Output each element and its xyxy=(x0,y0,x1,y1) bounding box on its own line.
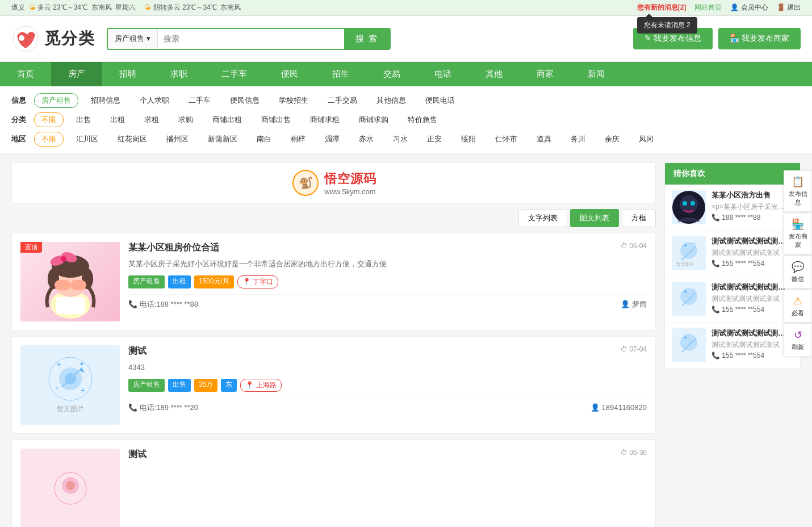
filter-area-huichuan[interactable]: 汇川区 xyxy=(69,132,105,146)
home-link[interactable]: 网站首页 xyxy=(694,3,722,12)
svg-point-26 xyxy=(66,481,75,490)
filter-area-fengang[interactable]: 凤冈 xyxy=(632,132,660,146)
float-btn-wechat[interactable]: 💬 微信 xyxy=(784,256,812,288)
watermark-logo-icon: 🐒 xyxy=(291,169,320,197)
filter-tag-convenience-info[interactable]: 便民信息 xyxy=(223,94,266,107)
float-btn-wechat-label: 微信 xyxy=(792,275,804,283)
main-nav: 首页 房产 招聘 求职 二手车 便民 招生 交易 电话 其他 商家 新闻 xyxy=(0,62,812,86)
filter-tag-property-rent[interactable]: 房产租售 xyxy=(34,93,78,108)
nav-item-jobs[interactable]: 求职 xyxy=(153,62,204,86)
filter-cat-sale[interactable]: 出售 xyxy=(69,113,98,127)
filter-area-tongzi[interactable]: 桐梓 xyxy=(284,132,312,146)
nav-item-recruit[interactable]: 招聘 xyxy=(102,62,153,86)
member-link[interactable]: 👤 会员中心 xyxy=(730,3,768,12)
filter-tag-used-car[interactable]: 二手车 xyxy=(182,94,217,107)
filter-cat-shop-sale[interactable]: 商铺出售 xyxy=(254,113,298,127)
listing-1-tag-rent: 出租 xyxy=(168,275,191,288)
filter-area-label: 地区 xyxy=(11,134,28,144)
filter-cat-shop-buy[interactable]: 商铺求购 xyxy=(352,113,395,127)
filter-area-meitan[interactable]: 湄潭 xyxy=(318,132,346,146)
filter-cat-buy[interactable]: 求购 xyxy=(171,113,200,127)
listing-1-title[interactable]: 某某小区租房价位合适 xyxy=(128,242,647,254)
filter-tag-other-info[interactable]: 其他信息 xyxy=(370,94,413,107)
logo-text: 觅分类 xyxy=(44,28,95,49)
recommend-2-info: 测试测试测试测试测试... 测试测试测试测试测试 📞 155 **** **55… xyxy=(711,236,793,270)
filter-area-nanbai[interactable]: 南白 xyxy=(250,132,278,146)
svg-text:+: + xyxy=(81,386,85,395)
float-btn-publish-info[interactable]: 📋 发布信息 xyxy=(784,170,812,212)
search-category-dropdown[interactable]: 房产租售 ▾ xyxy=(108,29,158,48)
float-btn-publish-merchant[interactable]: 🏪 发布商家 xyxy=(784,213,812,254)
listing-2-tag-location: 📍 上海路 xyxy=(240,379,281,392)
filter-tag-convenience-phone[interactable]: 便民电话 xyxy=(418,94,462,107)
recommend-item-2[interactable]: ✦ + + 暂无图片 测试测试测试测试测试... 测试测试测试测试测试 📞 15… xyxy=(665,231,800,277)
filter-area-renhuai[interactable]: 仁怀市 xyxy=(488,132,524,146)
filter-cat-urgent[interactable]: 特价急售 xyxy=(401,113,444,127)
filter-area-zhengan[interactable]: 正安 xyxy=(420,132,449,146)
recommend-item-1[interactable]: 某某小区浩方出售 <p>某某小区房子采光好小 📞 188 **** **88 xyxy=(665,185,800,231)
float-btn-refresh[interactable]: ↺ 刷新 xyxy=(784,324,812,357)
float-buttons: 📋 发布信息 🏪 发布商家 💬 微信 ⚠ 必看 ↺ 刷新 xyxy=(784,170,812,357)
recommend-item-4[interactable]: ✦ 测试测试测试测试测试... 测试测试测试测试测试 📞 155 **** **… xyxy=(665,323,800,369)
nav-item-school[interactable]: 招生 xyxy=(315,62,366,86)
recommend-1-title: 某某小区浩方出售 xyxy=(711,190,791,200)
filter-tag-personal-jobs[interactable]: 个人求职 xyxy=(133,94,176,107)
recommend-3-thumb: ✦ + xyxy=(672,282,706,316)
logout-link[interactable]: 🚪 退出 xyxy=(777,3,801,12)
message-link[interactable]: 您有新的消息[2] xyxy=(637,3,687,12)
filter-cat-all[interactable]: 不限 xyxy=(34,112,64,127)
filter-tag-school-enroll[interactable]: 学校招生 xyxy=(272,94,315,107)
filter-cat-shop-find-rent[interactable]: 商铺求租 xyxy=(303,113,346,127)
float-btn-must-see[interactable]: ⚠ 必看 xyxy=(784,290,812,323)
filter-area-daozhen[interactable]: 道真 xyxy=(530,132,558,146)
listing-2-tag-type: 房产租售 xyxy=(128,379,165,392)
filter-cat-shop-rent[interactable]: 商铺出租 xyxy=(206,113,249,127)
filter-tag-recruit-info[interactable]: 招聘信息 xyxy=(84,94,127,107)
filter-area-xinpu[interactable]: 新蒲新区 xyxy=(201,132,244,146)
filter-area-xishui[interactable]: 习水 xyxy=(386,132,415,146)
listing-3-title[interactable]: 测试 xyxy=(128,449,647,461)
filter-tag-second-hand-trade[interactable]: 二手交易 xyxy=(321,94,364,107)
image-list-btn[interactable]: 图文列表 xyxy=(570,209,619,227)
nav-item-news[interactable]: 新闻 xyxy=(571,62,622,86)
publish-merchant-button[interactable]: 🏪 我要发布商家 xyxy=(718,28,801,49)
listing-3-info: ⏱06-30 测试 xyxy=(128,449,647,527)
listing-2-title[interactable]: 测试 xyxy=(128,345,647,357)
filter-area-bozhou[interactable]: 播州区 xyxy=(160,132,195,146)
filter-area-yuqing[interactable]: 余庆 xyxy=(598,132,626,146)
sidebar-recommend: 猜你喜欢 某某小区浩方出售 <p>某某小区房子采光好小 xyxy=(664,162,801,369)
recommend-4-phone: 📞 155 **** **554 xyxy=(711,352,793,359)
recommend-item-3[interactable]: ✦ + 测试测试测试测试测试... 测试测试测试测试测试 📞 155 **** … xyxy=(665,277,800,323)
filter-area-suiyang[interactable]: 绥阳 xyxy=(454,132,483,146)
recommend-3-placeholder: ✦ + xyxy=(672,282,706,316)
search-button[interactable]: 搜 索 xyxy=(344,29,390,49)
filter-area-wuchuan[interactable]: 务川 xyxy=(564,132,592,146)
filter-area-honghua[interactable]: 红花岗区 xyxy=(111,132,154,146)
nav-item-phone[interactable]: 电话 xyxy=(417,62,468,86)
nav-item-merchant[interactable]: 商家 xyxy=(520,62,571,86)
nav-item-convenience[interactable]: 便民 xyxy=(264,62,315,86)
watermark-title: 悟空源码 xyxy=(324,170,376,187)
watermark-text: 悟空源码 www.5kym.com xyxy=(324,170,376,196)
nav-item-other[interactable]: 其他 xyxy=(468,62,520,86)
filter-area-all[interactable]: 不限 xyxy=(34,132,64,147)
listing-3-thumb-svg xyxy=(53,471,87,505)
recommend-4-thumb: ✦ xyxy=(672,328,706,362)
nav-item-property[interactable]: 房产 xyxy=(51,62,102,86)
text-list-btn[interactable]: 文字列表 xyxy=(518,209,567,227)
message-tooltip: 您有未读消息 2 xyxy=(637,17,697,34)
filter-row-area: 地区 不限 汇川区 红花岗区 播州区 新蒲新区 南白 桐梓 湄潭 赤水 习水 正… xyxy=(11,132,801,147)
search-input[interactable] xyxy=(158,30,344,48)
must-see-float-icon: ⚠ xyxy=(793,295,802,307)
nav-item-home[interactable]: 首页 xyxy=(0,62,51,86)
svg-rect-14 xyxy=(56,297,85,314)
nav-item-trade[interactable]: 交易 xyxy=(366,62,417,86)
nav-item-used-car[interactable]: 二手车 xyxy=(204,62,264,86)
grid-btn[interactable]: 方框 xyxy=(622,209,656,227)
sidebar: 猜你喜欢 某某小区浩方出售 <p>某某小区房子采光好小 xyxy=(664,162,801,527)
svg-point-29 xyxy=(683,201,687,206)
filter-cat-rent[interactable]: 出租 xyxy=(103,113,132,127)
listing-1-phone: 📞 电话:188 **** **88 xyxy=(128,299,198,309)
filter-cat-find-rent[interactable]: 求租 xyxy=(137,113,166,127)
filter-area-chishui[interactable]: 赤水 xyxy=(352,132,380,146)
